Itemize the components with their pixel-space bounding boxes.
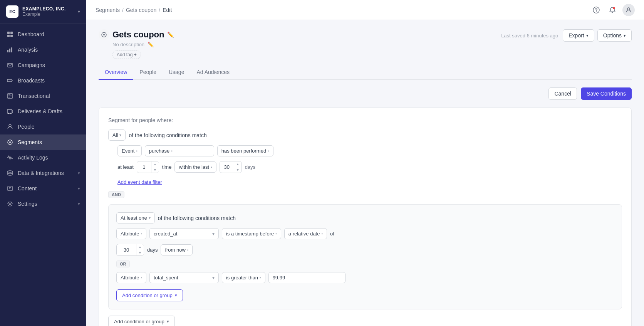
tab-overview[interactable]: Overview	[99, 65, 133, 80]
times-decrement-button[interactable]: ▼	[151, 167, 159, 173]
add-condition-outer-container: Add condition or group ▾	[108, 316, 622, 326]
tab-people[interactable]: People	[133, 65, 163, 80]
broadcasts-label: Broadcasts	[18, 77, 80, 84]
add-event-filter-link[interactable]: Add event data filter	[117, 179, 162, 185]
segment-label: Segment for people where:	[108, 117, 622, 123]
cond2-op-select[interactable]: is greater than ▪	[222, 272, 265, 283]
svg-rect-6	[11, 47, 12, 52]
no-description: No description	[112, 42, 144, 47]
dashboard-icon	[6, 30, 14, 38]
cond1-from-select[interactable]: from now ▪	[161, 244, 193, 255]
svg-point-21	[103, 34, 105, 35]
analysis-label: Analysis	[18, 47, 80, 53]
event-type-select[interactable]: Event ▪	[117, 145, 142, 156]
cond2-type-arrow-icon: ▪	[141, 276, 142, 280]
and-separator: AND	[108, 191, 622, 198]
event-operator-select[interactable]: has been performed ▪	[217, 145, 273, 156]
conditions-bar: Cancel Save Conditions	[99, 87, 632, 100]
add-condition-inner-container: Add condition or group ▾	[116, 289, 614, 301]
sidebar-item-deliveries[interactable]: Deliveries & Drafts	[0, 104, 86, 119]
breadcrumb-edit: Edit	[163, 7, 172, 13]
cond1-qualifier-select[interactable]: a relative date ▪	[284, 228, 327, 239]
breadcrumb-gets-coupon[interactable]: Gets coupon	[126, 7, 156, 13]
times-input[interactable]	[137, 162, 151, 172]
sidebar-item-data-integrations[interactable]: Data & Integrations ▾	[0, 165, 86, 181]
export-button[interactable]: Export ▾	[563, 29, 594, 42]
cond1-type-select[interactable]: Attribute ▪	[116, 228, 146, 239]
sidebar-item-settings[interactable]: Settings ▾	[0, 196, 86, 212]
sidebar-item-segments[interactable]: Segments	[0, 134, 86, 150]
campaigns-label: Campaigns	[18, 62, 80, 68]
cond1-days-unit-label: days	[147, 247, 158, 253]
breadcrumb-segments[interactable]: Segments	[96, 7, 120, 13]
sidebar-item-campaigns[interactable]: Campaigns	[0, 57, 86, 73]
days-stepper-buttons: ▲ ▼	[234, 161, 242, 173]
people-label: People	[18, 124, 80, 130]
cond1-op-select[interactable]: is a timestamp before ▪	[222, 228, 281, 239]
activity-logs-label: Activity Logs	[18, 155, 80, 161]
time-label: time	[162, 164, 172, 170]
sidebar-item-dashboard[interactable]: Dashboard	[0, 27, 86, 42]
page-header-right: Last saved 6 minutes ago Export ▾ Option…	[501, 29, 632, 42]
sidebar-item-analysis[interactable]: Analysis	[0, 42, 86, 57]
condition1-group: Attribute ▪ created_at ▾ is a timestamp …	[116, 228, 614, 256]
tab-ad-audiences[interactable]: Ad Audiences	[190, 65, 236, 80]
cond1-days-decrement-button[interactable]: ▼	[136, 250, 144, 256]
days-input[interactable]	[220, 162, 234, 172]
sidebar-item-content[interactable]: Content ▾	[0, 181, 86, 196]
edit-title-icon[interactable]: ✏️	[167, 32, 174, 38]
and-badge: AND	[108, 191, 124, 198]
help-icon[interactable]	[590, 4, 602, 16]
days-increment-button[interactable]: ▲	[234, 161, 242, 167]
add-condition-inner-arrow-icon: ▾	[175, 293, 177, 298]
cond1-qualifier-arrow-icon: ▪	[321, 232, 323, 236]
sidebar-item-transactional[interactable]: Transactional	[0, 88, 86, 104]
cond2-value-input[interactable]	[268, 272, 345, 283]
group-match-suffix: of the following conditions match	[158, 215, 236, 221]
cond1-days-input[interactable]	[117, 245, 136, 255]
user-avatar[interactable]	[622, 4, 635, 16]
options-button[interactable]: Options ▾	[597, 29, 632, 42]
tabs: Overview People Usage Ad Audiences	[99, 65, 632, 80]
sidebar-item-people[interactable]: People	[0, 119, 86, 134]
group-match-select[interactable]: At least one ▾	[116, 212, 155, 223]
export-chevron-icon: ▾	[586, 33, 589, 38]
settings-icon	[6, 200, 14, 208]
tab-usage[interactable]: Usage	[163, 65, 190, 80]
add-condition-outer-button[interactable]: Add condition or group ▾	[108, 316, 175, 326]
times-increment-button[interactable]: ▲	[151, 161, 159, 167]
times-stepper-buttons: ▲ ▼	[151, 161, 159, 173]
condition1-days-row: ▲ ▼ days from now ▪	[116, 244, 614, 256]
or-separator: OR	[116, 260, 614, 267]
broadcasts-icon	[6, 77, 14, 84]
days-stepper[interactable]: ▲ ▼	[220, 161, 242, 173]
svg-point-18	[613, 7, 615, 9]
cond1-days-stepper-buttons: ▲ ▼	[136, 244, 144, 255]
cancel-button[interactable]: Cancel	[548, 87, 577, 100]
sidebar-item-broadcasts[interactable]: Broadcasts	[0, 73, 86, 88]
company-header[interactable]: EC EXAMPLECO, INC. Example ▾	[0, 0, 86, 24]
cond1-attr-select[interactable]: created_at ▾	[149, 228, 219, 239]
condition1-row: Attribute ▪ created_at ▾ is a timestamp …	[116, 228, 614, 239]
add-condition-inner-button[interactable]: Add condition or group ▾	[116, 289, 183, 301]
times-stepper[interactable]: ▲ ▼	[137, 161, 159, 173]
sidebar-item-activity-logs[interactable]: Activity Logs	[0, 150, 86, 165]
page-content: Gets coupon ✏️ No description ✏️ Add tag…	[86, 20, 644, 326]
cond1-days-stepper[interactable]: ▲ ▼	[116, 244, 144, 256]
notifications-icon[interactable]	[606, 4, 619, 16]
within-last-arrow-icon: ▪	[211, 165, 212, 169]
group-match-arrow-icon: ▾	[149, 216, 151, 220]
within-last-select[interactable]: within the last ▪	[174, 161, 216, 173]
add-tag-button[interactable]: Add tag +	[112, 50, 141, 59]
cond2-attr-select[interactable]: total_spent ▾	[149, 272, 219, 283]
event-name-select[interactable]: purchase ▪	[145, 145, 214, 156]
days-decrement-button[interactable]: ▼	[234, 167, 242, 173]
edit-description-icon[interactable]: ✏️	[148, 42, 154, 47]
match-all-select[interactable]: All ▾	[108, 129, 126, 141]
svg-rect-4	[7, 50, 8, 52]
cond1-days-increment-button[interactable]: ▲	[136, 244, 144, 250]
main-content: Segments / Gets coupon / Edit	[86, 0, 644, 326]
cond2-type-select[interactable]: Attribute ▪	[116, 272, 146, 283]
svg-rect-8	[7, 109, 12, 113]
save-conditions-button[interactable]: Save Conditions	[581, 87, 632, 100]
